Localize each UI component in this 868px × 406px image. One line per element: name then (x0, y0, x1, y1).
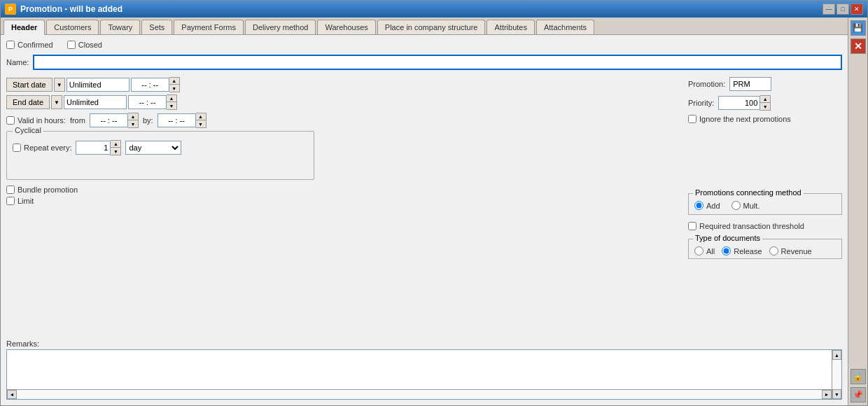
tab-customers[interactable]: Customers (46, 20, 99, 34)
repeat-down[interactable]: ▼ (111, 148, 120, 155)
mult-radio-label[interactable]: Mult. (732, 201, 760, 210)
cyclical-section: Cyclical Repeat every: ▲ (6, 131, 314, 180)
revenue-radio-label[interactable]: Revenue (769, 246, 812, 255)
start-time-down[interactable]: ▼ (169, 85, 179, 92)
tab-delivery-method[interactable]: Delivery method (245, 20, 316, 34)
by-time-down[interactable]: ▼ (196, 120, 206, 127)
promotion-input[interactable] (729, 77, 771, 91)
end-time-down[interactable]: ▼ (167, 102, 176, 109)
end-date-input[interactable] (64, 95, 127, 109)
delete-icon: ✕ (854, 41, 862, 52)
main-left: Start date ▼ ▲ ▼ (6, 77, 682, 259)
add-radio[interactable] (694, 201, 704, 210)
ignore-next-text: Ignore the next promotions (699, 115, 791, 123)
day-select[interactable]: day week month (125, 141, 181, 155)
start-date-button[interactable]: Start date (6, 78, 52, 92)
repeat-up[interactable]: ▲ (111, 141, 120, 148)
required-threshold-text: Required transaction threshold (699, 222, 804, 230)
repeat-value-input[interactable] (76, 141, 111, 155)
bundle-label: Bundle promotion (18, 186, 78, 194)
scroll-right-btn[interactable]: ► (822, 390, 832, 399)
confirmed-checkbox-label[interactable]: Confirmed (6, 41, 53, 49)
start-date-input[interactable] (66, 78, 130, 92)
add-radio-label[interactable]: Add (694, 201, 720, 210)
name-label: Name: (6, 58, 29, 66)
close-button[interactable]: ✕ (850, 4, 863, 15)
confirmed-checkbox[interactable] (6, 41, 15, 49)
end-date-arrow[interactable]: ▼ (51, 95, 62, 109)
tab-sets[interactable]: Sets (141, 20, 172, 34)
valid-hours-label[interactable]: Valid in hours: (6, 116, 66, 125)
end-time-up[interactable]: ▲ (167, 95, 176, 102)
tab-payment-forms[interactable]: Payment Forms (174, 20, 244, 34)
all-radio[interactable] (694, 246, 704, 255)
by-time-spinbtns: ▲ ▼ (196, 113, 206, 128)
add-label: Add (706, 202, 720, 210)
closed-checkbox[interactable] (67, 41, 76, 49)
maximize-button[interactable]: □ (836, 4, 849, 15)
by-time-spinner: ▲ ▼ (158, 113, 206, 128)
priority-up[interactable]: ▲ (760, 96, 770, 103)
by-time-up[interactable]: ▲ (196, 113, 206, 120)
delete-button[interactable]: ✕ (850, 38, 866, 54)
main-content: Header Customers Towary Sets Payment For… (1, 18, 848, 405)
bundle-checkbox[interactable] (6, 186, 15, 194)
scroll-up-btn[interactable]: ▲ (832, 350, 841, 360)
docs-section: Type of documents All Release (688, 239, 842, 259)
scroll-left-btn[interactable]: ◄ (7, 390, 17, 399)
limit-checkbox[interactable] (6, 197, 15, 205)
save-button[interactable]: 💾 (850, 20, 866, 36)
bundle-checkbox-label[interactable]: Bundle promotion (6, 186, 682, 194)
connecting-section: Promotions connecting method Add Mult. (688, 193, 842, 215)
right-toolbar: 💾 ✕ 🔒 📌 (848, 18, 867, 405)
repeat-row: Repeat every: ▲ ▼ (13, 140, 308, 155)
ignore-next-label[interactable]: Ignore the next promotions (688, 115, 842, 123)
tab-attachments[interactable]: Attachments (536, 20, 594, 34)
from-time-spinbtns: ▲ ▼ (128, 113, 139, 128)
remarks-textarea[interactable] (7, 350, 832, 389)
lock-button[interactable]: 🔒 (850, 369, 866, 384)
start-time-input[interactable] (131, 78, 169, 92)
minimize-button[interactable]: — (822, 4, 835, 15)
priority-down[interactable]: ▼ (760, 103, 770, 110)
from-time-input[interactable] (90, 113, 128, 127)
limit-checkbox-label[interactable]: Limit (6, 197, 682, 205)
by-time-input[interactable] (158, 113, 196, 127)
from-time-up[interactable]: ▲ (128, 113, 138, 120)
name-input[interactable] (33, 55, 842, 70)
cyclical-label: Cyclical (13, 126, 43, 134)
scroll-down-btn[interactable]: ▼ (832, 389, 841, 399)
required-threshold-label[interactable]: Required transaction threshold (688, 222, 842, 230)
mult-radio[interactable] (732, 201, 741, 210)
pin-button[interactable]: 📌 (850, 387, 866, 402)
priority-input[interactable] (718, 96, 760, 110)
tab-towary[interactable]: Towary (100, 20, 140, 34)
from-time-down[interactable]: ▼ (128, 120, 138, 127)
revenue-radio[interactable] (769, 246, 778, 255)
release-radio-label[interactable]: Release (722, 246, 762, 255)
tab-place-company[interactable]: Place in company structure (377, 20, 486, 34)
mult-label: Mult. (743, 202, 760, 210)
closed-checkbox-label[interactable]: Closed (67, 41, 102, 49)
end-time-input[interactable] (128, 95, 167, 109)
repeat-checkbox-label[interactable]: Repeat every: (13, 144, 71, 152)
remarks-scrollbar-v[interactable]: ▲ ▼ (832, 350, 841, 399)
required-threshold-checkbox[interactable] (688, 222, 696, 230)
all-radio-label[interactable]: All (694, 246, 715, 255)
start-time-up[interactable]: ▲ (169, 78, 179, 85)
tab-attributes[interactable]: Attributes (486, 20, 534, 34)
repeat-checkbox[interactable] (13, 144, 21, 152)
tabs-bar: Header Customers Towary Sets Payment For… (1, 18, 848, 35)
tab-header[interactable]: Header (4, 20, 45, 35)
save-icon: 💾 (853, 23, 863, 33)
start-date-arrow[interactable]: ▼ (54, 78, 65, 92)
start-time-spinner: ▲ ▼ (131, 77, 180, 92)
remarks-scrollbar-h[interactable]: ◄ ► (7, 389, 832, 399)
tab-warehouses[interactable]: Warehouses (317, 20, 375, 34)
release-radio[interactable] (722, 246, 731, 255)
title-bar: P Promotion - will be added — □ ✕ (1, 1, 867, 18)
ignore-next-checkbox[interactable] (688, 115, 696, 123)
end-date-button[interactable]: End date (6, 95, 50, 109)
valid-hours-checkbox[interactable] (6, 116, 15, 125)
from-label: from (70, 116, 85, 125)
